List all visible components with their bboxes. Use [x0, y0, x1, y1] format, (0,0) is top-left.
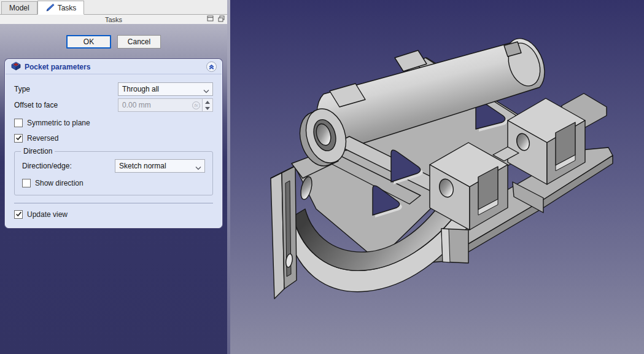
- collapse-section-button[interactable]: [206, 61, 217, 72]
- pocket-icon: [11, 61, 21, 73]
- direction-groupbox: Direction Direction/edge: Sketch normal: [14, 151, 213, 195]
- 3d-part[interactable]: [230, 0, 644, 354]
- pocket-parameters-header: Pocket parameters: [6, 60, 222, 74]
- ok-button[interactable]: OK: [66, 35, 111, 49]
- pocket-parameters-card: Pocket parameters Type Through all: [5, 59, 222, 228]
- task-panel: Model Tasks Tasks OK Cancel: [0, 0, 227, 354]
- symmetric-checkbox[interactable]: [14, 119, 23, 127]
- offset-to-face-input[interactable]: 0.00 mm fx: [118, 98, 203, 112]
- type-combobox[interactable]: Through all: [118, 82, 213, 96]
- offset-to-face-label: Offset to face: [14, 101, 118, 109]
- chevron-down-icon: [203, 87, 209, 95]
- update-view-label: Update view: [27, 210, 68, 219]
- symmetric-row: Symmetric to plane: [14, 118, 213, 127]
- float-icon[interactable]: [218, 15, 225, 22]
- tasks-titlebar-label: Tasks: [105, 16, 122, 23]
- show-direction-label: Show direction: [35, 179, 83, 187]
- dock-icon[interactable]: [207, 15, 214, 22]
- update-view-row: Update view: [14, 210, 213, 219]
- reversed-row: Reversed: [14, 133, 213, 143]
- spin-up-icon[interactable]: [203, 99, 212, 105]
- expression-fx-icon[interactable]: fx: [192, 101, 200, 109]
- show-direction-row: Show direction: [22, 178, 205, 187]
- direction-edge-label: Direction/edge:: [22, 162, 115, 170]
- offset-spinner[interactable]: [203, 98, 213, 112]
- separator: [14, 203, 213, 203]
- reversed-checkbox[interactable]: [14, 134, 23, 143]
- symmetric-label: Symmetric to plane: [27, 119, 90, 127]
- update-view-checkbox[interactable]: [14, 210, 23, 219]
- type-label: Type: [14, 85, 118, 93]
- freecad-window: Model Tasks Tasks OK Cancel: [0, 0, 644, 354]
- pocket-parameters-title: Pocket parameters: [25, 63, 203, 71]
- reversed-label: Reversed: [27, 134, 58, 143]
- tab-model[interactable]: Model: [1, 1, 37, 14]
- direction-group-legend: Direction: [21, 147, 55, 155]
- tasks-panel-body: OK Cancel Pocket parameters Type: [0, 24, 227, 354]
- cancel-button[interactable]: Cancel: [117, 35, 161, 49]
- 3d-viewport[interactable]: [230, 0, 644, 354]
- direction-edge-combobox[interactable]: Sketch normal: [115, 159, 205, 173]
- offset-to-face-value: 0.00 mm: [122, 101, 151, 109]
- pen-icon: [45, 3, 55, 12]
- show-direction-checkbox[interactable]: [22, 179, 31, 187]
- spin-down-icon[interactable]: [203, 105, 212, 111]
- tab-tasks-label: Tasks: [58, 4, 77, 12]
- tab-tasks[interactable]: Tasks: [37, 1, 85, 15]
- tasks-titlebar: Tasks: [0, 15, 227, 24]
- combo-view-tab-bar: Model Tasks: [0, 0, 227, 15]
- type-value: Through all: [122, 85, 159, 93]
- chevron-down-icon: [195, 163, 201, 172]
- direction-edge-value: Sketch normal: [119, 162, 166, 170]
- tab-model-label: Model: [9, 4, 29, 12]
